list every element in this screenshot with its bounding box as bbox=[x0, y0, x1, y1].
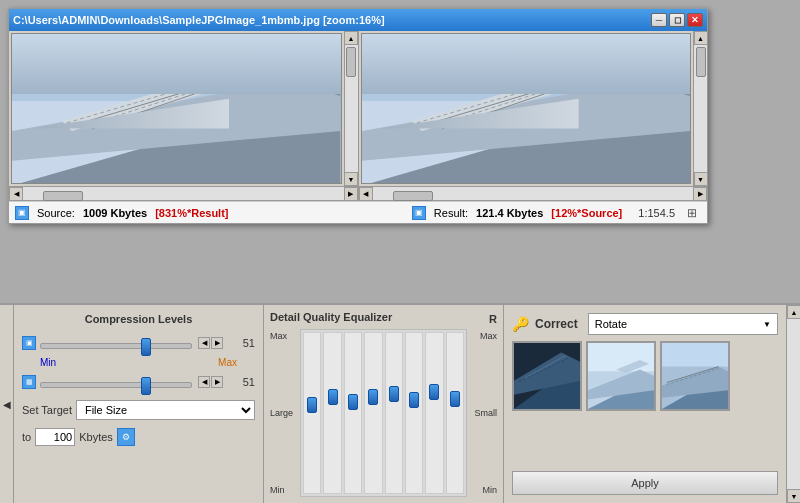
result-hscroll-track[interactable] bbox=[373, 187, 694, 200]
correct-header: 🔑 Correct Rotate ▼ bbox=[512, 313, 778, 335]
slider2-dec[interactable]: ◀ bbox=[198, 376, 210, 388]
thumbnails-row bbox=[512, 341, 778, 465]
close-button[interactable]: ✕ bbox=[687, 13, 703, 27]
eq-thumb-7[interactable] bbox=[429, 384, 439, 400]
slider2-container bbox=[40, 374, 192, 390]
source-hscroll-right[interactable]: ▶ bbox=[344, 187, 358, 201]
restore-button[interactable]: ◻ bbox=[669, 13, 685, 27]
source-vscroll-up[interactable]: ▲ bbox=[344, 31, 358, 45]
quality-panel: Detail Quality Equalizer R Max Large Min bbox=[264, 305, 504, 503]
to-input[interactable] bbox=[35, 428, 75, 446]
slider1-inc[interactable]: ▶ bbox=[211, 337, 223, 349]
source-vscroll-down[interactable]: ▼ bbox=[344, 172, 358, 186]
target-icon-button[interactable]: ⚙ bbox=[117, 428, 135, 446]
eq-min-right: Min bbox=[469, 485, 497, 495]
eq-thumb-5[interactable] bbox=[389, 386, 399, 402]
target-dropdown[interactable]: File Size bbox=[76, 400, 255, 420]
thumbnail-2[interactable] bbox=[586, 341, 656, 411]
eq-thumb-1[interactable] bbox=[307, 397, 317, 413]
result-hscrollbar[interactable]: ◀ ▶ bbox=[359, 186, 708, 200]
status-bar: ▣ Source: 1009 Kbytes [831%*Result] ▣ Re… bbox=[9, 201, 707, 223]
rotate-dropdown-arrow: ▼ bbox=[763, 320, 771, 329]
eq-bar-7[interactable] bbox=[425, 332, 443, 494]
max-label: Max bbox=[218, 357, 237, 368]
title-bar: C:\Users\ADMIN\Downloads\SampleJPGImage_… bbox=[9, 9, 707, 31]
source-vscroll-track[interactable] bbox=[345, 45, 358, 172]
title-bar-buttons: ─ ◻ ✕ bbox=[651, 13, 703, 27]
window-title: C:\Users\ADMIN\Downloads\SampleJPGImage_… bbox=[13, 14, 385, 26]
eq-bar-3[interactable] bbox=[344, 332, 362, 494]
right-scroll-track[interactable] bbox=[787, 319, 800, 489]
slider1-track[interactable] bbox=[40, 343, 192, 349]
slider1-dec[interactable]: ◀ bbox=[198, 337, 210, 349]
right-scrollbar[interactable]: ▲ ▼ bbox=[786, 305, 800, 503]
result-hscroll-left[interactable]: ◀ bbox=[359, 187, 373, 201]
result-vscroll-thumb[interactable] bbox=[696, 47, 706, 77]
result-vscroll-track[interactable] bbox=[694, 45, 707, 172]
source-vscrollbar[interactable]: ▲ ▼ bbox=[344, 31, 358, 186]
source-hscroll-left[interactable]: ◀ bbox=[9, 187, 23, 201]
source-image-pane[interactable] bbox=[11, 33, 342, 184]
eq-bar-1[interactable] bbox=[303, 332, 321, 494]
result-ratio: [12%*Source] bbox=[551, 207, 622, 219]
result-pane-main: ▲ ▼ bbox=[359, 31, 708, 186]
compression-title: Compression Levels bbox=[22, 313, 255, 325]
svg-marker-9 bbox=[191, 61, 301, 91]
eq-large-label: Large bbox=[270, 408, 298, 418]
slider1-icon: ▣ bbox=[22, 336, 36, 350]
eq-thumb-8[interactable] bbox=[450, 391, 460, 407]
right-scroll-down[interactable]: ▼ bbox=[787, 489, 800, 503]
result-prefix: Result: bbox=[434, 207, 468, 219]
slider2-track[interactable] bbox=[40, 382, 192, 388]
right-scroll-up[interactable]: ▲ bbox=[787, 305, 800, 319]
svg-rect-33 bbox=[662, 343, 728, 367]
slider1-row: ▣ ◀ ▶ 51 bbox=[22, 335, 255, 351]
result-image-pane[interactable] bbox=[361, 33, 692, 184]
quality-header: Detail Quality Equalizer R bbox=[270, 311, 497, 327]
resize-handle[interactable]: ⊞ bbox=[687, 206, 701, 220]
svg-rect-12 bbox=[362, 34, 691, 101]
minimize-button[interactable]: ─ bbox=[651, 13, 667, 27]
eq-bar-4[interactable] bbox=[364, 332, 382, 494]
apply-button[interactable]: Apply bbox=[512, 471, 778, 495]
r-label: R bbox=[489, 313, 497, 325]
to-label: to bbox=[22, 431, 31, 443]
eq-min-label: Min bbox=[270, 485, 298, 495]
source-pane-main: ▲ ▼ bbox=[9, 31, 358, 186]
source-hscrollbar[interactable]: ◀ ▶ bbox=[9, 186, 358, 200]
side-arrow-button[interactable]: ◀ bbox=[0, 305, 14, 503]
thumbnail-1[interactable] bbox=[512, 341, 582, 411]
source-ratio: [831%*Result] bbox=[155, 207, 228, 219]
rotate-label: Rotate bbox=[595, 318, 627, 330]
result-hscroll-right[interactable]: ▶ bbox=[693, 187, 707, 201]
rotate-dropdown[interactable]: Rotate ▼ bbox=[588, 313, 778, 335]
eq-bar-8[interactable] bbox=[446, 332, 464, 494]
correct-panel: 🔑 Correct Rotate ▼ bbox=[504, 305, 786, 503]
slider1-fill bbox=[41, 344, 146, 348]
result-vscroll-down[interactable]: ▼ bbox=[694, 172, 708, 186]
result-hscroll-thumb[interactable] bbox=[393, 191, 433, 201]
slider2-thumb[interactable] bbox=[141, 377, 151, 395]
bottom-panels: ◀ Compression Levels ▣ ◀ ▶ 51 Min Max bbox=[0, 303, 800, 503]
eq-right-labels: Max Small Min bbox=[469, 329, 497, 497]
eq-thumb-2[interactable] bbox=[328, 389, 338, 405]
source-hscroll-track[interactable] bbox=[23, 187, 344, 200]
eq-thumb-4[interactable] bbox=[368, 389, 378, 405]
result-vscrollbar[interactable]: ▲ ▼ bbox=[693, 31, 707, 186]
slider2-inc[interactable]: ▶ bbox=[211, 376, 223, 388]
slider1-thumb[interactable] bbox=[141, 338, 151, 356]
eq-bar-2[interactable] bbox=[323, 332, 341, 494]
thumbnail-3[interactable] bbox=[660, 341, 730, 411]
compression-panel: Compression Levels ▣ ◀ ▶ 51 Min Max ▦ bbox=[14, 305, 264, 503]
result-size: 121.4 Kbytes bbox=[476, 207, 543, 219]
source-hscroll-thumb[interactable] bbox=[43, 191, 83, 201]
eq-max-right: Max bbox=[469, 331, 497, 341]
eq-bar-6[interactable] bbox=[405, 332, 423, 494]
slider2-arrows: ◀ ▶ bbox=[198, 376, 223, 388]
eq-bar-5[interactable] bbox=[385, 332, 403, 494]
eq-thumb-3[interactable] bbox=[348, 394, 358, 410]
slider2-icon: ▦ bbox=[22, 375, 36, 389]
source-vscroll-thumb[interactable] bbox=[346, 47, 356, 77]
eq-thumb-6[interactable] bbox=[409, 392, 419, 408]
result-vscroll-up[interactable]: ▲ bbox=[694, 31, 708, 45]
